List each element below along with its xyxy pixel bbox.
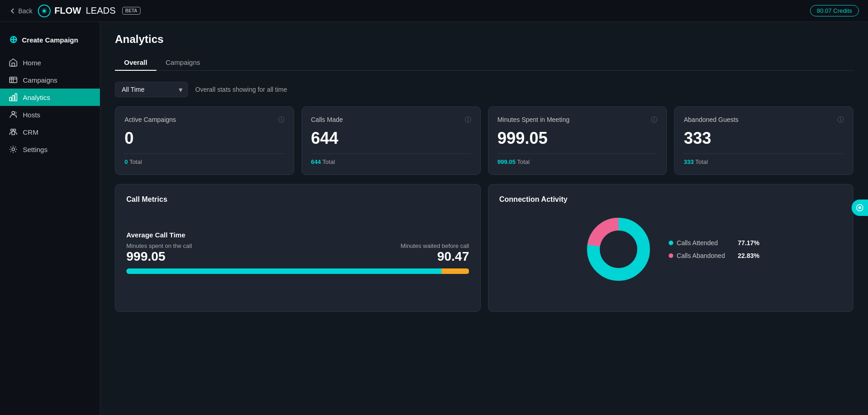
minutes-waited-value: 90.47 xyxy=(400,249,469,264)
time-filter-select[interactable]: All Time Last 7 Days Last 30 Days Last 9… xyxy=(115,82,188,97)
stat-footer-label-minutes: Total xyxy=(517,158,530,165)
create-campaign-button[interactable]: ⊕ Create Campaign xyxy=(0,29,100,50)
info-icon-minutes[interactable]: ⓘ xyxy=(651,116,657,124)
metrics-values-row: Minutes spent on the call 999.05 Minutes… xyxy=(126,242,469,264)
stat-value-abandoned: 333 xyxy=(684,129,844,148)
sidebar-settings-label: Settings xyxy=(23,146,47,153)
svg-point-19 xyxy=(600,231,637,268)
minutes-on-call-value: 999.05 xyxy=(126,249,192,264)
logo-leads: LEADS xyxy=(86,5,116,16)
sidebar-item-crm[interactable]: CRM xyxy=(0,123,100,141)
stat-label-minutes: Minutes Spent in Meeting xyxy=(498,116,570,123)
tab-campaigns[interactable]: Campaigns xyxy=(156,55,209,71)
info-icon-calls[interactable]: ⓘ xyxy=(465,116,471,124)
svg-point-11 xyxy=(12,111,15,114)
sidebar-campaigns-label: Campaigns xyxy=(23,76,57,84)
tab-overall[interactable]: Overall xyxy=(115,55,156,71)
back-button[interactable]: Back xyxy=(9,7,32,15)
floating-action-button[interactable] xyxy=(852,200,868,216)
donut-wrapper: Calls Attended 77.17% Calls Abandoned 22… xyxy=(499,213,842,286)
sidebar: ⊕ Create Campaign Home Campaigns xyxy=(0,22,100,415)
abandoned-dot xyxy=(669,253,673,258)
plus-icon: ⊕ xyxy=(9,34,17,46)
hosts-icon xyxy=(9,110,17,119)
credits-button[interactable]: 80.07 Credits xyxy=(810,5,859,16)
info-icon-campaigns[interactable]: ⓘ xyxy=(278,116,285,124)
home-icon xyxy=(9,58,17,67)
attended-pct: 77.17% xyxy=(738,239,759,247)
call-metrics-card: Call Metrics Average Call Time Minutes s… xyxy=(115,184,481,312)
call-metrics-title: Call Metrics xyxy=(126,195,469,204)
connection-activity-title: Connection Activity xyxy=(499,195,842,204)
progress-bar-orange xyxy=(442,268,469,274)
sidebar-item-analytics[interactable]: Analytics xyxy=(0,89,100,106)
campaigns-icon xyxy=(9,76,17,84)
svg-rect-8 xyxy=(10,97,11,101)
back-label: Back xyxy=(18,7,32,15)
bottom-grid: Call Metrics Average Call Time Minutes s… xyxy=(115,184,853,312)
tabs: Overall Campaigns xyxy=(115,55,853,71)
stat-footer-num-minutes: 999.05 xyxy=(498,158,516,165)
minutes-on-call-label: Minutes spent on the call xyxy=(126,242,192,249)
filter-row: All Time Last 7 Days Last 30 Days Last 9… xyxy=(115,82,853,97)
logo-icon xyxy=(38,5,51,17)
left-metric: Minutes spent on the call 999.05 xyxy=(126,242,192,264)
avg-call-time-label: Average Call Time xyxy=(126,231,469,239)
stat-label-abandoned: Abandoned Guests xyxy=(684,116,738,123)
stat-footer-calls: 644 Total xyxy=(311,153,471,165)
attended-dot xyxy=(669,241,673,245)
logo-text: FLOW LEADS BETA xyxy=(54,5,140,16)
stat-footer-num-campaigns: 0 xyxy=(125,158,128,165)
analytics-icon xyxy=(9,93,17,101)
stat-card-minutes: Minutes Spent in Meeting ⓘ 999.05 999.05… xyxy=(488,106,667,175)
crm-icon xyxy=(9,128,17,136)
stat-footer-label-abandoned: Total xyxy=(695,158,707,165)
stat-card-header-minutes: Minutes Spent in Meeting ⓘ xyxy=(498,116,658,124)
legend-item-abandoned: Calls Abandoned 22.83% xyxy=(669,252,759,259)
layout: ⊕ Create Campaign Home Campaigns xyxy=(0,22,868,415)
logo-flow: FLOW xyxy=(54,5,81,16)
sidebar-item-campaigns[interactable]: Campaigns xyxy=(0,71,100,89)
progress-bar-teal xyxy=(126,268,442,274)
stat-footer-label-campaigns: Total xyxy=(130,158,142,165)
stat-card-calls-made: Calls Made ⓘ 644 644 Total xyxy=(301,106,481,175)
nav-left: Back FLOW LEADS BETA xyxy=(9,5,140,17)
stat-footer-num-calls: 644 xyxy=(311,158,321,165)
stat-card-header-campaigns: Active Campaigns ⓘ xyxy=(125,116,285,124)
svg-point-12 xyxy=(15,112,16,114)
sidebar-hosts-label: Hosts xyxy=(23,111,40,119)
time-filter-wrapper: All Time Last 7 Days Last 30 Days Last 9… xyxy=(115,82,188,97)
floating-icon-svg xyxy=(856,204,864,212)
main-content: Analytics Overall Campaigns All Time Las… xyxy=(100,22,868,415)
stat-card-abandoned: Abandoned Guests ⓘ 333 333 Total xyxy=(674,106,853,175)
attended-label: Calls Attended xyxy=(677,239,725,247)
stat-card-active-campaigns: Active Campaigns ⓘ 0 0 Total xyxy=(115,106,294,175)
sidebar-item-home[interactable]: Home xyxy=(0,54,100,71)
stats-grid: Active Campaigns ⓘ 0 0 Total Calls Made … xyxy=(115,106,853,175)
stat-value-minutes: 999.05 xyxy=(498,129,658,148)
stat-footer-abandoned: 333 Total xyxy=(684,153,844,165)
sidebar-item-settings[interactable]: Settings xyxy=(0,141,100,158)
sidebar-item-hosts[interactable]: Hosts xyxy=(0,106,100,123)
stat-footer-num-abandoned: 333 xyxy=(684,158,694,165)
stat-label-calls: Calls Made xyxy=(311,116,343,123)
stat-footer-minutes: 999.05 Total xyxy=(498,153,658,165)
svg-point-2 xyxy=(43,10,46,12)
legend-item-attended: Calls Attended 77.17% xyxy=(669,239,759,247)
sidebar-analytics-label: Analytics xyxy=(23,94,50,101)
filter-description: Overall stats showing for all time xyxy=(195,86,287,93)
stat-footer-label-calls: Total xyxy=(322,158,335,165)
create-campaign-label: Create Campaign xyxy=(22,36,78,44)
svg-point-21 xyxy=(858,206,861,209)
page-title: Analytics xyxy=(115,33,853,46)
right-metric: Minutes waited before call 90.47 xyxy=(400,242,469,264)
sidebar-home-label: Home xyxy=(23,59,41,67)
abandoned-label: Calls Abandoned xyxy=(677,252,725,259)
donut-legend: Calls Attended 77.17% Calls Abandoned 22… xyxy=(669,239,759,259)
svg-point-15 xyxy=(12,148,15,151)
beta-badge: BETA xyxy=(122,7,140,15)
stat-footer-campaigns: 0 Total xyxy=(125,153,285,165)
stat-value-campaigns: 0 xyxy=(125,129,285,148)
info-icon-abandoned[interactable]: ⓘ xyxy=(837,116,844,124)
stat-card-header-calls: Calls Made ⓘ xyxy=(311,116,471,124)
